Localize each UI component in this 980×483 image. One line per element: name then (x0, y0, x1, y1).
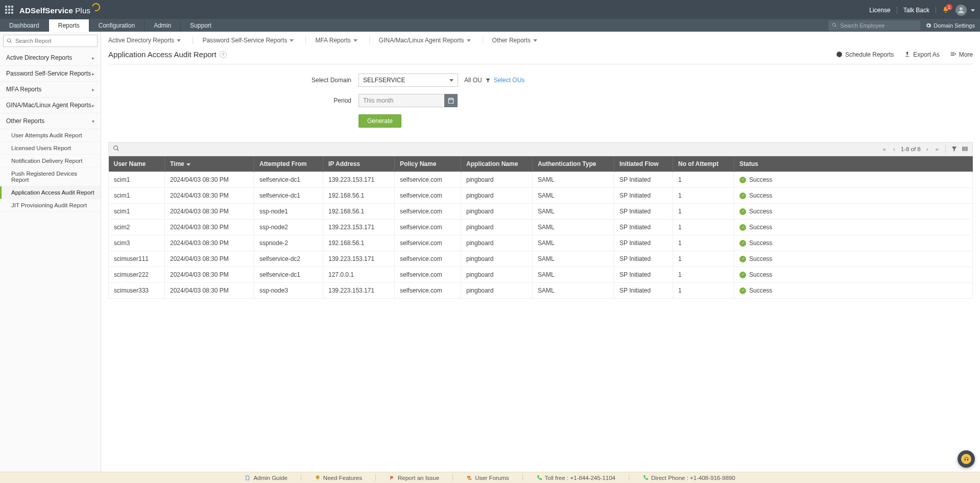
cell-ip: 139.223.153.171 (323, 172, 395, 188)
col-user[interactable]: User Name (109, 156, 165, 172)
pager-last[interactable]: » (934, 146, 940, 152)
cell-flow: SP Initiated (614, 204, 673, 220)
sidebar-item-licensed[interactable]: Licensed Users Report (0, 142, 101, 155)
tab-dashboard[interactable]: Dashboard (0, 19, 49, 32)
report-search[interactable] (3, 35, 98, 47)
content-area: Active Directory Reports Password Self-S… (101, 32, 980, 472)
calendar-button[interactable] (444, 94, 458, 107)
domain-settings-button[interactable]: Domain Settings (925, 22, 975, 29)
user-menu-caret-icon[interactable] (971, 9, 975, 12)
export-button[interactable]: Export As (904, 51, 939, 58)
sidebar-cat-gina[interactable]: GINA/Mac/Linux Agent Reports▸ (0, 98, 101, 113)
filter-button[interactable] (951, 146, 958, 153)
table-row[interactable]: scim12024/04/03 08:30 PMssp-node1192.168… (109, 204, 973, 220)
product-logo: ADSelfService Plus (19, 6, 100, 15)
col-flow[interactable]: Initiated Flow (614, 156, 673, 172)
subnav-other[interactable]: Other Reports (492, 37, 537, 44)
col-app[interactable]: Application Name (461, 156, 533, 172)
schedule-reports-button[interactable]: Schedule Reports (836, 51, 894, 58)
cell-ip: 192.168.56.1 (323, 235, 395, 251)
tab-admin[interactable]: Admin (144, 19, 180, 32)
employee-search-input[interactable] (839, 22, 917, 29)
table-row[interactable]: scim22024/04/03 08:30 PMssp-node2139.223… (109, 220, 973, 235)
chat-widget[interactable] (958, 450, 975, 468)
sidebar-cat-mfa[interactable]: MFA Reports▸ (0, 82, 101, 98)
table-row[interactable]: scimuser1112024/04/03 08:30 PMselfservic… (109, 251, 973, 267)
status-text: Success (749, 176, 772, 183)
col-from[interactable]: Attempted From (254, 156, 323, 172)
cell-policy: selfservice.com (395, 251, 461, 267)
subnav-ad[interactable]: Active Directory Reports (108, 37, 193, 44)
chevron-right-icon: ▸ (92, 55, 94, 61)
subnav-gina[interactable]: GINA/Mac/Linux Agent Reports (379, 37, 483, 44)
sidebar-cat-other[interactable]: Other Reports▾ (0, 113, 101, 129)
table-row[interactable]: scimuser3332024/04/03 08:30 PMssp-node31… (109, 283, 973, 299)
pager-prev[interactable]: ‹ (892, 146, 897, 152)
cell-from: selfservice-dc1 (254, 188, 323, 204)
tab-support[interactable]: Support (180, 19, 221, 32)
cell-attempt: 1 (673, 283, 734, 299)
cell-user: scim1 (109, 188, 165, 204)
cell-attempt: 1 (673, 204, 734, 220)
sidebar-item-notification[interactable]: Notification Delivery Report (0, 155, 101, 167)
col-ip[interactable]: IP Address (323, 156, 395, 172)
col-auth[interactable]: Authentication Type (533, 156, 614, 172)
report-search-input[interactable] (14, 37, 94, 44)
table-search-button[interactable] (113, 145, 119, 153)
sidebar-item-app-access[interactable]: Application Access Audit Report (0, 186, 101, 199)
more-button[interactable]: More (950, 51, 973, 58)
pager-first[interactable]: « (881, 146, 888, 152)
period-label: Period (108, 97, 358, 104)
all-ou-label: All OU (464, 77, 482, 84)
subnav-mfa[interactable]: MFA Reports (315, 37, 369, 44)
sidebar-item-push[interactable]: Push Registered Devices Report (0, 167, 101, 186)
col-policy[interactable]: Policy Name (395, 156, 461, 172)
tab-reports[interactable]: Reports (49, 19, 89, 32)
talkback-link[interactable]: Talk Back (903, 7, 929, 14)
cell-attempt: 1 (673, 235, 734, 251)
cell-user: scimuser333 (109, 283, 165, 299)
col-time[interactable]: Time (165, 156, 254, 172)
cell-user: scim1 (109, 172, 165, 188)
apps-grid-icon[interactable] (5, 6, 14, 15)
cell-attempt: 1 (673, 188, 734, 204)
funnel-icon[interactable] (485, 78, 491, 83)
period-select[interactable]: This month (358, 94, 445, 107)
cell-from: selfservice-dc1 (254, 172, 323, 188)
employee-search[interactable] (828, 20, 920, 31)
license-link[interactable]: License (869, 7, 890, 14)
cell-user: scimuser111 (109, 251, 165, 267)
generate-button[interactable]: Generate (358, 114, 401, 128)
subnav-pwd[interactable]: Password Self-Service Reports (202, 37, 306, 44)
table-row[interactable]: scim12024/04/03 08:30 PMselfservice-dc11… (109, 188, 973, 204)
help-icon[interactable]: ? (220, 51, 227, 58)
notification-badge: 1 (946, 4, 952, 10)
sidebar-item-jit[interactable]: JIT Provisioning Audit Report (0, 199, 101, 212)
notifications-button[interactable]: 1 (942, 6, 949, 15)
subnav: Active Directory Reports Password Self-S… (108, 36, 973, 48)
page-head: Application Access Audit Report ? Schedu… (108, 48, 973, 64)
cell-attempt: 1 (673, 251, 734, 267)
col-attempt[interactable]: No of Attempt (673, 156, 734, 172)
table-row[interactable]: scim12024/04/03 08:30 PMselfservice-dc11… (109, 172, 973, 188)
columns-button[interactable] (962, 146, 968, 153)
cell-ip: 192.168.56.1 (323, 188, 395, 204)
domain-select[interactable]: SELFSERVICE (358, 74, 458, 87)
pager-next[interactable]: › (925, 146, 930, 152)
table-row[interactable]: scimuser2222024/04/03 08:30 PMselfservic… (109, 267, 973, 283)
cell-user: scim2 (109, 220, 165, 235)
sidebar-item-user-attempts[interactable]: User Attempts Audit Report (0, 129, 101, 142)
status-text: Success (749, 255, 772, 262)
cell-app: pingboard (461, 220, 533, 235)
cell-time: 2024/04/03 08:30 PM (165, 251, 254, 267)
table-row[interactable]: scim32024/04/03 08:30 PMsspnode-2192.168… (109, 235, 973, 251)
sidebar-cat-ad[interactable]: Active Directory Reports▸ (0, 50, 101, 66)
sidebar-cat-pwd[interactable]: Password Self-Service Reports▸ (0, 66, 101, 82)
user-menu[interactable] (955, 5, 967, 16)
domain-settings-label: Domain Settings (934, 22, 975, 29)
success-icon (739, 240, 746, 247)
cell-status: Success (734, 204, 973, 220)
col-status[interactable]: Status (734, 156, 973, 172)
select-ous-link[interactable]: Select OUs (494, 77, 525, 84)
tab-configuration[interactable]: Configuration (89, 19, 144, 32)
